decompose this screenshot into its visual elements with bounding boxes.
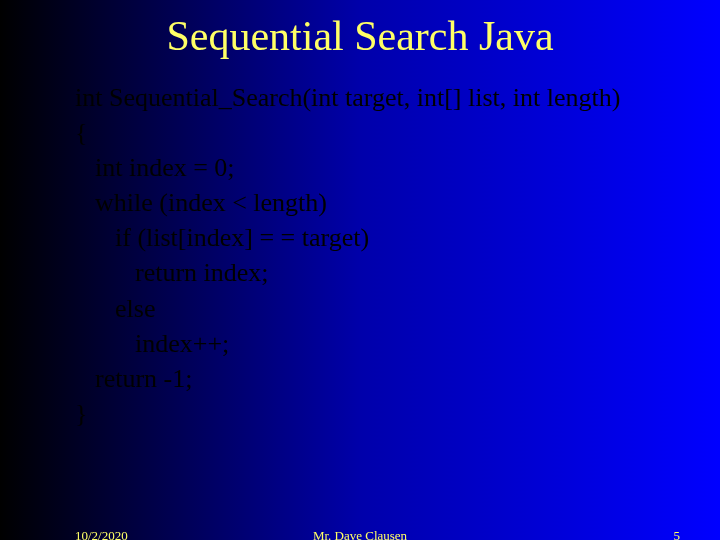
code-line: return -1; — [75, 361, 720, 396]
code-line: return index; — [75, 255, 720, 290]
code-line: while (index < length) — [75, 185, 720, 220]
code-line: index++; — [75, 326, 720, 361]
code-block: int Sequential_Search(int target, int[] … — [0, 80, 720, 431]
code-line: } — [75, 396, 720, 431]
footer-date: 10/2/2020 — [75, 528, 128, 540]
code-line: int index = 0; — [75, 150, 720, 185]
slide-title: Sequential Search Java — [0, 0, 720, 80]
code-line: int Sequential_Search(int target, int[] … — [75, 80, 720, 115]
code-line: { — [75, 115, 720, 150]
footer-author: Mr. Dave Clausen — [313, 528, 407, 540]
code-line: else — [75, 291, 720, 326]
code-line: if (list[index] = = target) — [75, 220, 720, 255]
footer-page-number: 5 — [674, 528, 681, 540]
